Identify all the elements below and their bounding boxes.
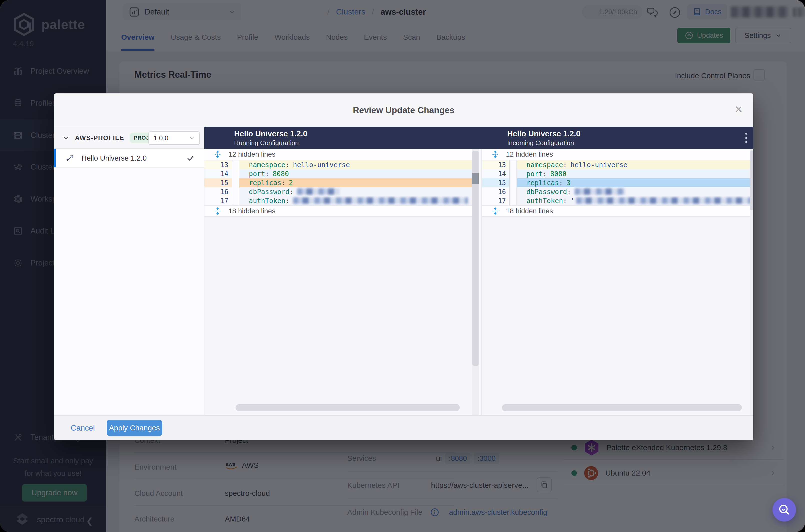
code-line-15-added: 15 replicas:3 [482,178,750,187]
code-line-17: 17 authToken: [204,196,472,205]
hidden-lines-label: 18 hidden lines [506,207,553,215]
close-icon[interactable]: ✕ [734,104,743,114]
hidden-lines-label: 12 hidden lines [228,150,275,158]
change-marker [472,173,479,184]
hidden-lines-bottom: 18 hidden lines [204,205,472,217]
hidden-lines-top: 12 hidden lines [204,149,472,160]
code-line-16: 16 dbPassword: [482,187,750,196]
line-number: 15 [204,178,232,187]
yaml-key: dbPassword [526,188,567,195]
yaml-key: replicas [249,179,281,187]
search-assistant-button[interactable] [772,498,796,521]
review-update-changes-modal: Review Update Changes ✕ AWS-PROFILE PROJ… [54,93,753,440]
yaml-value: 2 [289,179,293,187]
code-line-14: 14 port:8080 [204,169,472,178]
diff-headers: Hello Universe 1.2.0 Running Configurati… [204,127,753,149]
yaml-key: authToken [526,197,563,205]
unfold-icon[interactable] [213,207,222,215]
panel-gap [479,149,482,415]
diff-right-title: Hello Universe 1.2.0 [507,129,580,139]
yaml-value: 3 [566,179,570,187]
chevron-down-icon[interactable] [62,134,70,141]
code-line-14: 14 port:8080 [482,169,750,178]
diff-right-header: Hello Universe 1.2.0 Incoming Configurat… [507,129,580,147]
diff-left-title: Hello Universe 1.2.0 [234,129,307,139]
profile-panel: AWS-PROFILE PROJ 1.0.0 Hello Universe 1.… [54,127,204,415]
profile-version-value: 1.0.0 [153,134,168,142]
kebab-menu-icon[interactable] [741,132,751,144]
code-line-15-removed: 15 replicas:2 [204,178,472,187]
profile-header-row: AWS-PROFILE PROJ 1.0.0 [54,127,204,149]
profile-layer-item[interactable]: Hello Universe 1.2.0 [54,149,204,168]
right-panel-scrollbar[interactable] [750,149,753,415]
yaml-key: port [249,170,265,177]
quote-char: ' [570,197,575,205]
line-number: 17 [204,196,232,205]
hidden-lines-label: 12 hidden lines [506,150,553,158]
rocket-icon [65,153,75,163]
hidden-lines-top: 12 hidden lines [482,149,750,160]
redacted-value [576,197,750,204]
unfold-icon[interactable] [491,150,500,158]
unfold-icon[interactable] [491,207,500,215]
yaml-key: authToken [249,197,285,205]
magnifier-smile-icon [778,503,791,516]
diff-panel-incoming: 12 hidden lines 13 namespace:hello-unive… [482,149,750,415]
chevron-down-icon [188,135,195,141]
yaml-key: port [526,170,543,177]
line-number: 14 [204,169,232,178]
code-line-16: 16 dbPassword: [204,187,472,196]
line-number: 15 [482,178,510,187]
horizontal-scrollbar[interactable] [236,404,460,411]
screen: palette 4.4.19 Project Overview Profiles… [0,0,805,532]
code-line-13: 13 namespace:hello-universe [482,160,750,169]
profile-version-select[interactable]: 1.0.0 [148,131,200,145]
code-line-13: 13 namespace:hello-universe [204,160,472,169]
line-number: 13 [204,160,232,169]
hidden-lines-bottom: 18 hidden lines [482,205,750,217]
modal-footer: Cancel Apply Changes [54,415,753,440]
yaml-value: hello-universe [293,161,350,169]
redacted-value [297,188,339,195]
yaml-value: hello-universe [570,161,628,169]
yaml-key: replicas [526,179,559,187]
left-panel-scrollbar[interactable] [472,149,479,415]
modal-title: Review Update Changes [54,93,753,127]
yaml-value: 8080 [273,170,289,177]
code-line-17: 17 authToken:' [482,196,750,205]
scrollbar-thumb[interactable] [750,150,753,210]
diff-panel-running: 12 hidden lines 13 namespace:hello-unive… [204,149,472,415]
check-icon [186,154,194,162]
cancel-button[interactable]: Cancel [66,416,100,441]
redacted-value [575,188,624,195]
yaml-key: namespace [249,161,285,169]
diff-view: Hello Universe 1.2.0 Running Configurati… [204,127,753,415]
apply-changes-button[interactable]: Apply Changes [107,420,162,436]
diff-left-subtitle: Running Configuration [234,139,307,147]
line-number: 14 [482,169,510,178]
yaml-key: dbPassword [249,188,289,195]
yaml-value: 8080 [550,170,566,177]
redacted-value [293,197,468,204]
hidden-lines-label: 18 hidden lines [228,207,275,215]
profile-layer-name: Hello Universe 1.2.0 [81,154,180,162]
yaml-key: namespace [526,161,563,169]
line-number: 17 [482,196,510,205]
diff-left-header: Hello Universe 1.2.0 Running Configurati… [234,129,307,147]
diff-right-subtitle: Incoming Configuration [507,139,580,147]
horizontal-scrollbar[interactable] [502,404,742,411]
profile-name: AWS-PROFILE [75,134,124,142]
line-number: 16 [204,187,232,196]
unfold-icon[interactable] [213,150,222,158]
line-number: 13 [482,160,510,169]
line-number: 16 [482,187,510,196]
